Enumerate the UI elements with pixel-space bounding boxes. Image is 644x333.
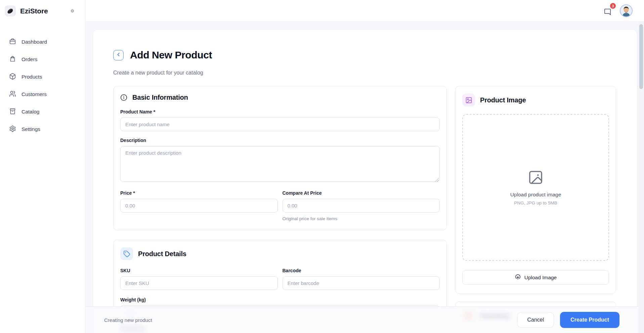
price-input[interactable] [120, 199, 278, 212]
create-product-button[interactable]: Create Product [560, 312, 619, 328]
description-label: Description [120, 138, 440, 143]
gear-icon [9, 125, 16, 134]
scrollbar-thumb[interactable] [639, 24, 643, 89]
image-dropzone[interactable]: Upload product image PNG, JPG up to 5MB [462, 114, 609, 261]
notifications-button[interactable]: 3 [604, 6, 612, 15]
barcode-label: Barcode [283, 268, 440, 273]
barcode-input[interactable] [283, 276, 440, 290]
sku-input[interactable] [120, 276, 278, 290]
dropzone-title: Upload product image [510, 192, 561, 198]
brand-name: EziStore [20, 7, 48, 15]
users-icon [9, 90, 16, 99]
package-icon [9, 73, 16, 81]
sidebar-toggle-dot[interactable] [71, 9, 74, 12]
top-header: 3 [85, 0, 644, 21]
sidebar-nav: Dashboard Orders Products Customers Cata… [0, 35, 85, 136]
page-subtitle: Create a new product for your catalog [113, 70, 614, 76]
upload-icon [515, 274, 521, 281]
section-title-basic-information: Basic Information [132, 94, 188, 101]
sidebar-item-label: Dashboard [22, 39, 47, 45]
page-title: Add New Product [130, 49, 212, 61]
sidebar-item-catalog[interactable]: Catalog [0, 105, 85, 118]
page-container: Add New Product Create a new product for… [93, 30, 637, 333]
sidebar-item-label: Customers [22, 91, 47, 97]
page-scrollbar[interactable] [638, 21, 644, 333]
basic-information-card: Basic Information Product Name * Descrip… [113, 86, 447, 230]
cancel-button[interactable]: Cancel [517, 312, 554, 328]
product-name-label: Product Name * [120, 109, 440, 114]
main-content: Add New Product Create a new product for… [85, 21, 644, 333]
upload-image-label: Upload Image [524, 275, 557, 281]
dropzone-hint: PNG, JPG up to 5MB [514, 200, 557, 205]
sidebar-item-products[interactable]: Products [0, 70, 85, 84]
sidebar-item-customers[interactable]: Customers [0, 88, 85, 101]
chevron-left-icon [116, 52, 121, 58]
tag-icon [120, 247, 133, 260]
compare-at-price-help: Original price for sale items [283, 216, 440, 221]
archive-icon [9, 108, 16, 116]
compare-at-price-label: Compare At Price [283, 190, 440, 196]
notification-badge: 3 [609, 2, 616, 9]
sidebar-item-label: Products [22, 74, 42, 80]
price-label: Price * [120, 190, 278, 196]
compare-at-price-input[interactable] [283, 199, 440, 212]
product-name-input[interactable] [120, 117, 440, 131]
sku-label: SKU [120, 268, 278, 273]
sidebar-item-settings[interactable]: Settings [0, 123, 85, 136]
sidebar: EziStore Dashboard Orders Products Custo… [0, 0, 85, 333]
back-button[interactable] [113, 50, 124, 60]
footer-action-bar: Creating new product Cancel Create Produ… [85, 306, 644, 333]
info-icon [120, 94, 127, 101]
section-title-product-image: Product Image [480, 96, 526, 104]
weight-label: Weight (kg) [120, 297, 440, 302]
product-image-card: Product Image Upload product image PNG, … [455, 86, 616, 294]
sidebar-item-label: Orders [22, 56, 37, 62]
footer-status-text: Creating new product [104, 317, 152, 323]
section-title-product-details: Product Details [138, 250, 186, 258]
description-textarea[interactable] [120, 146, 440, 182]
brand-logo [5, 5, 16, 16]
sidebar-item-dashboard[interactable]: Dashboard [0, 35, 85, 49]
user-avatar[interactable] [620, 4, 633, 17]
sidebar-item-label: Catalog [22, 109, 39, 115]
sidebar-item-orders[interactable]: Orders [0, 53, 85, 66]
brand: EziStore [0, 0, 85, 21]
upload-image-button[interactable]: Upload Image [462, 270, 609, 285]
sidebar-item-label: Settings [22, 126, 40, 132]
image-placeholder-icon [528, 170, 544, 187]
shopping-bag-icon [9, 55, 16, 64]
briefcase-icon [9, 38, 16, 46]
image-icon [462, 94, 475, 106]
